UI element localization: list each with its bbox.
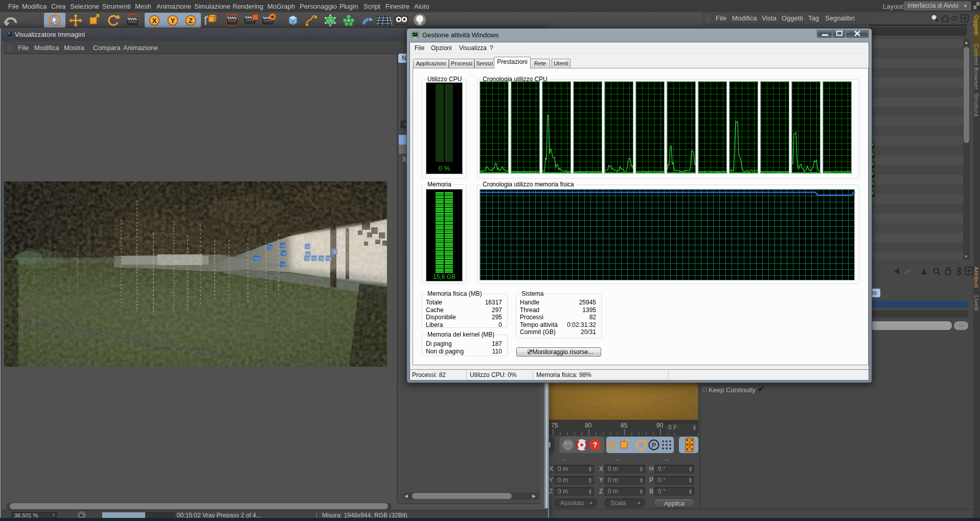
svg-text:Z: Z xyxy=(189,17,193,25)
svg-text:X: X xyxy=(152,17,157,25)
svg-text:Y: Y xyxy=(171,17,175,25)
svg-text:?: ? xyxy=(593,441,598,449)
svg-text:P: P xyxy=(652,441,656,449)
